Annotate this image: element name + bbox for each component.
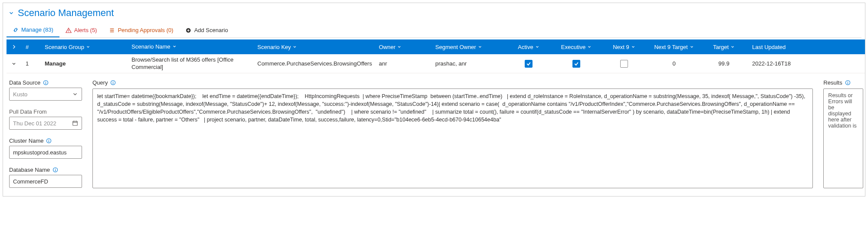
list-icon: [109, 27, 115, 33]
tab-alerts[interactable]: Alerts (5): [59, 23, 103, 37]
results-output: Results or Errors will be displayed here…: [823, 88, 863, 188]
chevron-down-icon: [293, 44, 297, 50]
row-detail-panel: Data Source Kusto Pull Data From Thu Dec…: [7, 73, 865, 191]
results-label: Results: [823, 79, 863, 86]
collapse-icon[interactable]: [8, 10, 14, 16]
tab-label: Add Scenario: [194, 27, 228, 33]
chevron-down-icon: [478, 44, 482, 50]
col-target[interactable]: Target: [713, 44, 735, 50]
row-segment: prashac, anr: [435, 60, 467, 67]
chevron-down-icon: [631, 44, 635, 50]
col-last-updated[interactable]: Last Updated: [752, 44, 786, 50]
tab-add-scenario[interactable]: Add Scenario: [179, 23, 234, 37]
datasource-select[interactable]: Kusto: [9, 88, 82, 101]
chevron-down-icon: [72, 91, 78, 97]
svg-rect-11: [73, 121, 78, 126]
executive-checkbox[interactable]: [572, 60, 580, 68]
row-updated: 2022-12-16T18: [752, 60, 791, 67]
section-header: Scenario Management: [7, 6, 861, 23]
row-group: Manage: [45, 60, 66, 67]
svg-point-1: [68, 31, 69, 32]
tab-label: Manage (83): [21, 26, 53, 33]
row-key: Commerce.PurchaseServices.BrowsingOffers: [257, 60, 372, 67]
svg-point-25: [847, 81, 848, 82]
col-scenario-group[interactable]: Scenario Group: [45, 44, 90, 50]
col-scenario-key[interactable]: Scenario Key: [257, 44, 297, 50]
chevron-down-icon: [535, 44, 539, 50]
row-number: 1: [26, 60, 29, 67]
page-title: Scenario Management: [18, 7, 114, 19]
chevron-down-icon: [730, 44, 735, 50]
chevron-down-icon: [690, 44, 694, 50]
table-row[interactable]: 1 Manage Browse/Search list of M365 offe…: [7, 54, 865, 73]
svg-point-9: [46, 81, 46, 82]
col-segment-owner[interactable]: Segment Owner: [435, 44, 482, 50]
row-owner: anr: [379, 60, 387, 67]
query-label: Query: [92, 79, 813, 86]
tab-manage[interactable]: Manage (83): [7, 23, 59, 37]
chevron-down-icon: [86, 44, 90, 50]
expand-all-icon[interactable]: [7, 44, 21, 49]
pulldata-datepicker[interactable]: Thu Dec 01 2022: [9, 117, 82, 130]
info-icon[interactable]: [46, 138, 52, 144]
row-target: 99.9: [718, 60, 729, 67]
info-icon[interactable]: [845, 80, 851, 85]
tab-label: Alerts (5): [74, 27, 97, 33]
tab-pending-approvals[interactable]: Pending Approvals (0): [103, 23, 179, 37]
col-executive[interactable]: Executive: [561, 44, 592, 50]
add-icon: [185, 27, 191, 33]
svg-point-19: [55, 168, 56, 169]
grid-header: # Scenario Group Scenario Name Scenario …: [7, 39, 865, 54]
col-scenario-name[interactable]: Scenario Name: [132, 43, 177, 50]
chevron-down-icon: [587, 44, 592, 50]
database-input[interactable]: CommerceFD: [9, 175, 82, 188]
info-icon[interactable]: [110, 80, 116, 85]
pulldata-label: Pull Data From: [9, 108, 82, 115]
info-icon[interactable]: [43, 80, 49, 85]
tab-bar: Manage (83) Alerts (5) Pending Approvals…: [7, 23, 861, 38]
tab-label: Pending Approvals (0): [118, 27, 173, 33]
col-number[interactable]: #: [26, 44, 29, 50]
query-textarea[interactable]: let startTime= datetime({bookmarkDate});…: [92, 88, 813, 188]
cluster-label: Cluster Name: [9, 138, 82, 144]
cluster-input[interactable]: mpskustoprod.eastus: [9, 146, 82, 159]
chevron-down-icon: [397, 44, 401, 50]
col-next9[interactable]: Next 9: [613, 44, 635, 50]
col-next9-target[interactable]: Next 9 Target: [654, 44, 694, 50]
active-checkbox[interactable]: [525, 60, 533, 68]
row-name: Browse/Search list of M365 offers [Offic…: [132, 56, 249, 71]
col-owner[interactable]: Owner: [379, 44, 401, 50]
row-next9-target: 0: [672, 60, 675, 67]
info-icon[interactable]: [53, 167, 58, 173]
chevron-down-icon: [172, 43, 177, 50]
svg-point-16: [49, 139, 49, 140]
next9-checkbox[interactable]: [620, 60, 628, 68]
row-expand-icon[interactable]: [7, 61, 21, 66]
calendar-icon: [72, 120, 78, 126]
link-icon: [13, 27, 19, 33]
warning-icon: [66, 27, 72, 33]
col-active[interactable]: Active: [518, 44, 539, 50]
database-label: Database Name: [9, 167, 82, 173]
datasource-label: Data Source: [9, 79, 82, 86]
svg-point-22: [113, 81, 113, 82]
